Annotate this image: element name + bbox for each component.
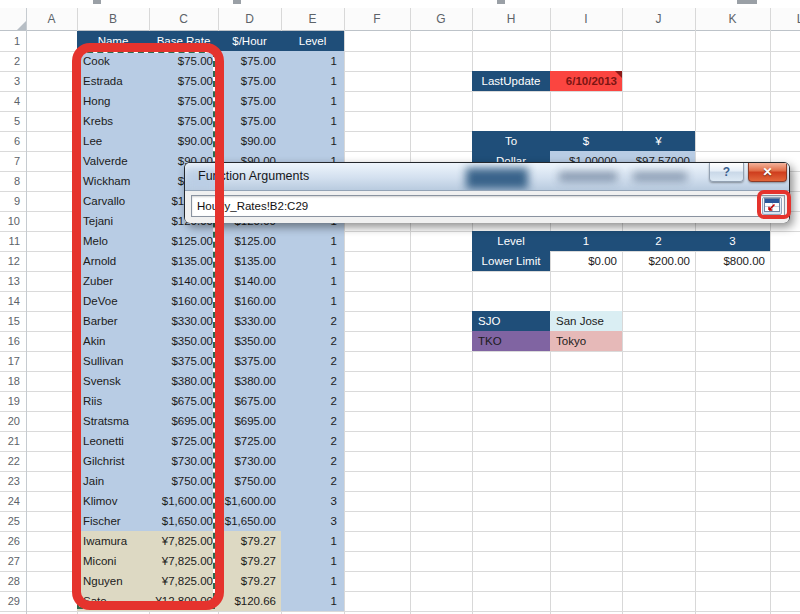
row-header-18[interactable]: 18 — [0, 371, 20, 391]
cell-per-hour[interactable]: $1,650.00 — [218, 511, 281, 531]
column-header-B[interactable]: B — [77, 8, 149, 31]
cell-level[interactable]: 1 — [281, 231, 344, 251]
cell-per-hour[interactable]: $1,600.00 — [218, 491, 281, 511]
header-cell-per-hour[interactable]: $/Hour — [218, 31, 281, 51]
office-tko-city[interactable]: Tokyo — [550, 331, 622, 351]
cell-per-hour[interactable]: $75.00 — [218, 91, 281, 111]
level-1-header[interactable]: 1 — [550, 231, 622, 251]
cell-per-hour[interactable]: $730.00 — [218, 451, 281, 471]
dialog-titlebar[interactable]: Function Arguments ? ✕ — [185, 163, 789, 191]
row-header-26[interactable]: 26 — [0, 531, 20, 551]
row-header-5[interactable]: 5 — [0, 111, 20, 131]
cell-per-hour[interactable]: $120.66 — [218, 591, 281, 611]
row-header-16[interactable]: 16 — [0, 331, 20, 351]
last-update-date-cell[interactable]: 6/10/2013 — [550, 71, 622, 91]
cell-per-hour[interactable]: $79.27 — [218, 571, 281, 591]
lower-limit-3[interactable]: $800.00 — [695, 251, 770, 271]
column-header-F[interactable]: F — [344, 8, 410, 31]
row-header-10[interactable]: 10 — [0, 211, 20, 231]
row-header-12[interactable]: 12 — [0, 251, 20, 271]
cell-per-hour[interactable]: $135.00 — [218, 251, 281, 271]
cell-level[interactable]: 2 — [281, 311, 344, 331]
cell-level[interactable]: 1 — [281, 291, 344, 311]
range-reference-input[interactable]: Hourly_Rates!B2:C29 — [191, 195, 785, 217]
cell-per-hour[interactable]: $75.00 — [218, 111, 281, 131]
level-2-header[interactable]: 2 — [622, 231, 695, 251]
cell-per-hour[interactable]: $160.00 — [218, 291, 281, 311]
cell-level[interactable]: 2 — [281, 471, 344, 491]
row-header-4[interactable]: 4 — [0, 91, 20, 111]
office-tko-code[interactable]: TKO — [472, 331, 550, 351]
level-header-label[interactable]: Level — [472, 231, 550, 251]
lower-limit-1[interactable]: $0.00 — [550, 251, 622, 271]
cell-level[interactable]: 1 — [281, 111, 344, 131]
cell-per-hour[interactable]: $125.00 — [218, 231, 281, 251]
cell-per-hour[interactable]: $75.00 — [218, 71, 281, 91]
cell-per-hour[interactable]: $140.00 — [218, 271, 281, 291]
row-header-21[interactable]: 21 — [0, 431, 20, 451]
cell-level[interactable]: 3 — [281, 511, 344, 531]
level-3-header[interactable]: 3 — [695, 231, 770, 251]
close-button[interactable]: ✕ — [748, 163, 787, 182]
cell-level[interactable]: 1 — [281, 531, 344, 551]
column-header-I[interactable]: I — [550, 8, 622, 31]
row-header-24[interactable]: 24 — [0, 491, 20, 511]
row-header-22[interactable]: 22 — [0, 451, 20, 471]
cell-level[interactable]: 1 — [281, 551, 344, 571]
office-sjo-code[interactable]: SJO — [472, 311, 550, 331]
cell-level[interactable]: 1 — [281, 251, 344, 271]
help-button[interactable]: ? — [709, 163, 744, 182]
row-header-9[interactable]: 9 — [0, 191, 20, 211]
cell-level[interactable]: 2 — [281, 391, 344, 411]
cell-level[interactable]: 1 — [281, 591, 344, 611]
column-header-D[interactable]: D — [218, 8, 281, 31]
column-header-L[interactable]: L — [770, 8, 800, 31]
row-header-29[interactable]: 29 — [0, 591, 20, 611]
select-all-corner[interactable] — [17, 21, 26, 30]
exchange-dollar-header[interactable]: $ — [550, 131, 622, 151]
row-header-7[interactable]: 7 — [0, 151, 20, 171]
column-header-H[interactable]: H — [472, 8, 550, 31]
row-header-3[interactable]: 3 — [0, 71, 20, 91]
cell-per-hour[interactable]: $79.27 — [218, 551, 281, 571]
column-header-E[interactable]: E — [281, 8, 344, 31]
lower-limit-2[interactable]: $200.00 — [622, 251, 695, 271]
row-header-20[interactable]: 20 — [0, 411, 20, 431]
row-header-17[interactable]: 17 — [0, 351, 20, 371]
cell-level[interactable]: 3 — [281, 491, 344, 511]
column-header-J[interactable]: J — [622, 8, 695, 31]
cell-level[interactable]: 1 — [281, 71, 344, 91]
header-cell-level[interactable]: Level — [281, 31, 344, 51]
row-header-27[interactable]: 27 — [0, 551, 20, 571]
cell-level[interactable]: 2 — [281, 451, 344, 471]
row-header-11[interactable]: 11 — [0, 231, 20, 251]
cell-level[interactable]: 1 — [281, 571, 344, 591]
cell-per-hour[interactable]: $725.00 — [218, 431, 281, 451]
last-update-label-cell[interactable]: LastUpdate — [472, 71, 550, 91]
row-header-6[interactable]: 6 — [0, 131, 20, 151]
column-header-C[interactable]: C — [149, 8, 218, 31]
cell-per-hour[interactable]: $350.00 — [218, 331, 281, 351]
row-header-15[interactable]: 15 — [0, 311, 20, 331]
exchange-to-header[interactable]: To — [472, 131, 550, 151]
row-header-8[interactable]: 8 — [0, 171, 20, 191]
cell-level[interactable]: 2 — [281, 331, 344, 351]
cell-per-hour[interactable]: $330.00 — [218, 311, 281, 331]
row-header-28[interactable]: 28 — [0, 571, 20, 591]
cell-level[interactable]: 2 — [281, 351, 344, 371]
cell-per-hour[interactable]: $380.00 — [218, 371, 281, 391]
exchange-yen-header[interactable]: ¥ — [622, 131, 695, 151]
cell-per-hour[interactable]: $675.00 — [218, 391, 281, 411]
cell-level[interactable]: 1 — [281, 91, 344, 111]
column-header-G[interactable]: G — [410, 8, 472, 31]
cell-level[interactable]: 2 — [281, 371, 344, 391]
office-sjo-city[interactable]: San Jose — [550, 311, 622, 331]
cell-per-hour[interactable]: $79.27 — [218, 531, 281, 551]
cell-level[interactable]: 2 — [281, 411, 344, 431]
column-header-A[interactable]: A — [26, 8, 77, 31]
row-header-23[interactable]: 23 — [0, 471, 20, 491]
cell-per-hour[interactable]: $750.00 — [218, 471, 281, 491]
row-header-13[interactable]: 13 — [0, 271, 20, 291]
row-header-1[interactable]: 1 — [0, 31, 20, 51]
row-header-25[interactable]: 25 — [0, 511, 20, 531]
